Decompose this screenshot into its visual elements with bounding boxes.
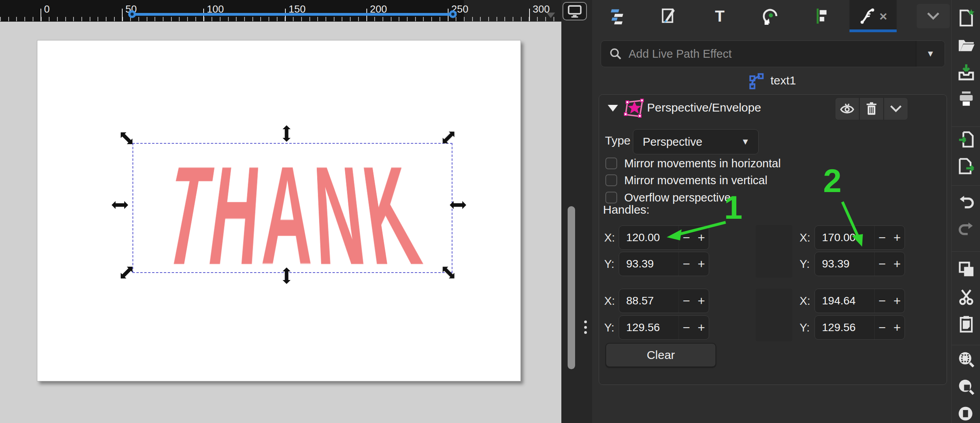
increment-button[interactable]: + — [890, 231, 905, 245]
redo-button[interactable] — [957, 220, 975, 238]
display-mode-button[interactable] — [563, 2, 587, 20]
tab-transform[interactable] — [748, 0, 794, 32]
handle3-x-field[interactable]: 88.57 −+ — [619, 289, 709, 313]
tab-text[interactable]: T — [697, 0, 743, 32]
export-icon — [958, 157, 975, 175]
ruler-selection-span — [132, 13, 453, 16]
tab-path-effects[interactable]: × — [850, 0, 896, 32]
handle4-y-field[interactable]: 129.56 −+ — [815, 315, 905, 340]
save-document-button[interactable] — [957, 63, 975, 81]
effect-list-dropdown-button[interactable]: ▼ — [916, 41, 945, 67]
panel-resize-handle[interactable] — [584, 320, 587, 334]
canvas-scroll-strip — [561, 0, 592, 423]
redo-icon — [958, 221, 975, 237]
import-button[interactable] — [957, 130, 975, 148]
eye-icon — [840, 101, 855, 116]
checkbox-label: Overflow perspective — [624, 191, 731, 204]
checkbox-label: Mirror movements in vertical — [624, 174, 767, 187]
new-document-button[interactable] — [957, 9, 975, 27]
trash-icon — [865, 102, 878, 116]
overflow-perspective-checkbox[interactable] — [605, 192, 617, 203]
clear-button[interactable]: Clear — [605, 343, 716, 367]
effect-name: Perspective/Envelope — [647, 101, 761, 114]
paste-button[interactable] — [957, 315, 975, 333]
tabs-overflow-button[interactable] — [917, 4, 950, 28]
expander-triangle-icon[interactable] — [608, 105, 618, 112]
scale-handle-bottom[interactable] — [281, 267, 292, 284]
increment-button[interactable]: + — [694, 320, 709, 335]
effect-delete-button[interactable] — [859, 97, 884, 120]
duplicate-button[interactable] — [957, 260, 975, 278]
monitor-icon — [567, 5, 582, 18]
coord-label: X: — [800, 295, 810, 308]
increment-button[interactable]: + — [890, 257, 905, 271]
decrement-button[interactable]: − — [875, 231, 890, 245]
selection-bounding-box — [132, 143, 452, 273]
increment-button[interactable]: + — [694, 257, 709, 271]
zoom-selection-button[interactable] — [957, 350, 975, 368]
tab-fill-stroke[interactable] — [645, 0, 692, 32]
type-value: Perspective — [643, 136, 741, 148]
path-node-icon — [748, 71, 765, 90]
decrement-button[interactable]: − — [679, 320, 694, 335]
annotation-number-2: 2 — [823, 164, 842, 197]
undo-button[interactable] — [957, 193, 975, 211]
increment-button[interactable]: + — [890, 294, 905, 308]
mirror-horizontal-checkbox[interactable] — [605, 157, 617, 169]
search-icon — [609, 47, 622, 60]
annotation-arrow-2 — [838, 200, 873, 251]
zoom-drawing-button[interactable] — [957, 378, 975, 396]
ruler-selection-start-knob — [128, 10, 136, 18]
decrement-button[interactable]: − — [679, 257, 694, 271]
dropdown-arrow-icon: ▼ — [741, 137, 750, 147]
handle1-y-field[interactable]: 93.39 −+ — [619, 252, 709, 276]
decrement-button[interactable]: − — [875, 320, 890, 335]
increment-button[interactable]: + — [890, 320, 905, 335]
zoom-selection-icon — [958, 351, 975, 368]
lpe-search-box[interactable]: ▼ — [601, 40, 945, 67]
coord-value: 93.39 — [822, 258, 874, 270]
zoom-page-icon — [958, 406, 975, 423]
coord-label: Y: — [604, 321, 614, 334]
layers-icon — [609, 7, 627, 25]
coord-label: Y: — [800, 258, 810, 271]
zoom-page-button[interactable] — [957, 405, 975, 423]
export-button[interactable] — [957, 157, 975, 175]
mirror-vertical-checkbox[interactable] — [605, 174, 617, 186]
decrement-button[interactable]: − — [875, 257, 890, 271]
cut-button[interactable] — [957, 287, 975, 306]
selected-object-row: text1 — [592, 71, 952, 90]
effect-move-down-button[interactable] — [884, 97, 908, 120]
effect-visibility-button[interactable] — [835, 97, 859, 120]
import-icon — [958, 130, 975, 148]
decrement-button[interactable]: − — [679, 294, 694, 308]
handle-preview-box — [756, 225, 792, 278]
vertical-scrollbar-thumb[interactable] — [568, 206, 575, 369]
search-input[interactable] — [629, 48, 916, 60]
effect-header[interactable]: Perspective/Envelope — [599, 95, 947, 122]
chevron-down-icon — [926, 11, 940, 21]
coord-value: 129.56 — [626, 321, 678, 334]
scale-handle-left[interactable] — [111, 200, 129, 210]
type-dropdown[interactable]: Perspective ▼ — [633, 129, 759, 154]
handle3-y-field[interactable]: 129.56 −+ — [619, 315, 709, 340]
canvas-area[interactable]: THANK 0 50 100 150 200 250 3 — [0, 0, 561, 423]
tab-layers[interactable] — [595, 0, 642, 32]
chevron-down-icon — [889, 104, 903, 114]
increment-button[interactable]: + — [694, 294, 709, 308]
scale-handle-right[interactable] — [449, 200, 467, 210]
print-button[interactable] — [957, 90, 975, 108]
scale-handle-top[interactable] — [281, 125, 292, 142]
horizontal-ruler[interactable]: 0 50 100 150 200 250 300 — [0, 0, 561, 22]
coord-value: 129.56 — [822, 321, 874, 334]
lpe-close-icon[interactable]: × — [879, 9, 887, 24]
ruler-popup-arrow-icon — [546, 13, 555, 18]
coord-value: 88.57 — [626, 295, 678, 307]
tab-align[interactable] — [799, 0, 845, 32]
open-document-button[interactable] — [957, 36, 975, 54]
decrement-button[interactable]: − — [875, 294, 890, 308]
handle2-y-field[interactable]: 93.39 −+ — [815, 252, 905, 276]
undo-icon — [958, 194, 975, 210]
inkscape-window: THANK 0 50 100 150 200 250 3 — [0, 0, 980, 423]
handle4-x-field[interactable]: 194.64 −+ — [815, 289, 905, 313]
